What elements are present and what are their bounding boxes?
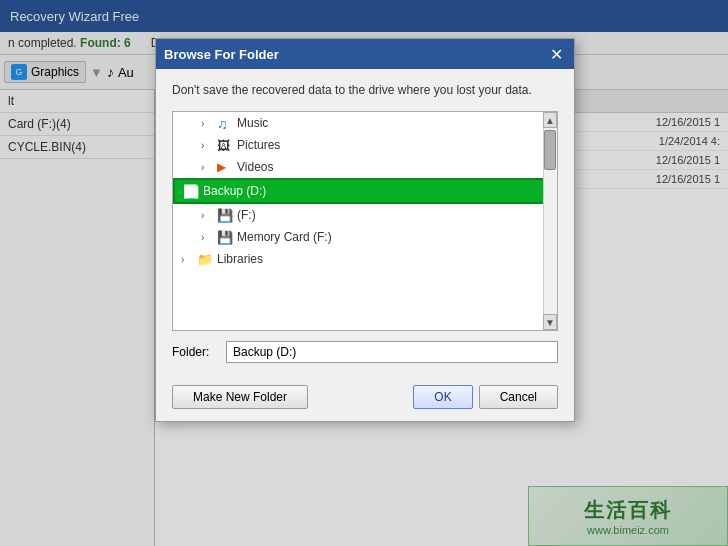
chevron-icon: › (201, 162, 213, 173)
browse-folder-dialog: Browse For Folder ✕ Don't save the recov… (155, 38, 575, 422)
folder-label-backup: Backup (D:) (203, 184, 266, 198)
tree-item-pictures[interactable]: › Pictures (173, 134, 557, 156)
dialog-instruction: Don't save the recovered data to the dri… (172, 81, 558, 99)
chevron-icon: › (201, 140, 213, 151)
tree-item-libraries[interactable]: › Libraries (173, 248, 557, 270)
chevron-icon: › (201, 118, 213, 129)
scroll-up-button[interactable]: ▲ (543, 112, 557, 128)
folder-label-music: Music (237, 116, 268, 130)
tree-item-drive-f[interactable]: › (F:) (173, 204, 557, 226)
chevron-icon: › (181, 254, 193, 265)
folder-input-row: Folder: (172, 341, 558, 363)
memory-card-icon (217, 230, 233, 244)
ok-button[interactable]: OK (413, 385, 472, 409)
libraries-icon (197, 252, 213, 266)
folder-path-input[interactable] (226, 341, 558, 363)
scroll-down-button[interactable]: ▼ (543, 314, 557, 330)
make-new-folder-button[interactable]: Make New Folder (172, 385, 308, 409)
dialog-title: Browse For Folder (164, 47, 279, 62)
folder-label-drive-f: (F:) (237, 208, 256, 222)
drive-f-icon (217, 208, 233, 222)
folder-label-libraries: Libraries (217, 252, 263, 266)
tree-scrollbar[interactable]: ▲ ▼ (543, 112, 557, 330)
folder-tree[interactable]: › Music › Pictures › Videos Backup (D:) (172, 111, 558, 331)
chevron-icon: › (201, 210, 213, 221)
folder-label-pictures: Pictures (237, 138, 280, 152)
tree-item-memory[interactable]: › Memory Card (F:) (173, 226, 557, 248)
tree-item-backup[interactable]: Backup (D:) (173, 178, 557, 204)
dialog-titlebar: Browse For Folder ✕ (156, 39, 574, 69)
cancel-button[interactable]: Cancel (479, 385, 558, 409)
videos-folder-icon (217, 160, 233, 174)
dialog-body: Don't save the recovered data to the dri… (156, 69, 574, 375)
dialog-buttons: Make New Folder OK Cancel (156, 375, 574, 421)
dialog-close-button[interactable]: ✕ (546, 44, 566, 64)
pictures-folder-icon (217, 138, 233, 152)
tree-item-music[interactable]: › Music (173, 112, 557, 134)
folder-label-memory: Memory Card (F:) (237, 230, 332, 244)
folder-label-videos: Videos (237, 160, 273, 174)
tree-item-videos[interactable]: › Videos (173, 156, 557, 178)
backup-drive-icon (183, 184, 199, 198)
folder-input-label: Folder: (172, 345, 218, 359)
scroll-thumb[interactable] (544, 130, 556, 170)
chevron-icon: › (201, 232, 213, 243)
music-folder-icon (217, 116, 233, 130)
